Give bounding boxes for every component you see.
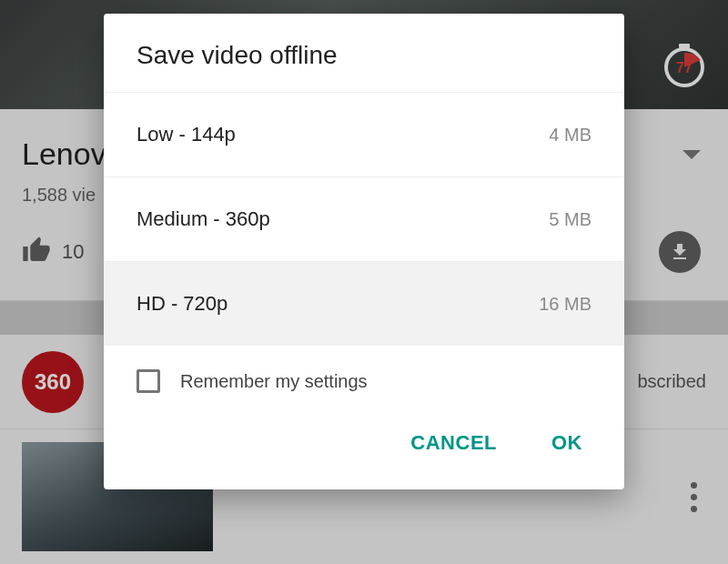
- save-offline-dialog: Save video offline Low - 144p 4 MB Mediu…: [104, 14, 624, 489]
- quality-option-low[interactable]: Low - 144p 4 MB: [104, 92, 624, 176]
- cancel-button[interactable]: CANCEL: [405, 424, 502, 462]
- dialog-button-row: CANCEL OK: [104, 402, 624, 489]
- remember-checkbox[interactable]: [136, 369, 160, 393]
- remember-settings-row[interactable]: Remember my settings: [104, 346, 624, 402]
- quality-option-medium[interactable]: Medium - 360p 5 MB: [104, 176, 624, 261]
- quality-label: Low - 144p: [136, 123, 236, 146]
- dialog-title: Save video offline: [104, 14, 624, 92]
- quality-label: Medium - 360p: [136, 207, 270, 231]
- quality-option-hd[interactable]: HD - 720p 16 MB: [104, 261, 624, 346]
- ok-button[interactable]: OK: [546, 424, 588, 462]
- remember-label: Remember my settings: [180, 371, 368, 392]
- quality-size: 16 MB: [539, 294, 592, 315]
- quality-size: 5 MB: [549, 209, 592, 230]
- quality-size: 4 MB: [549, 125, 592, 146]
- quality-label: HD - 720p: [136, 292, 228, 316]
